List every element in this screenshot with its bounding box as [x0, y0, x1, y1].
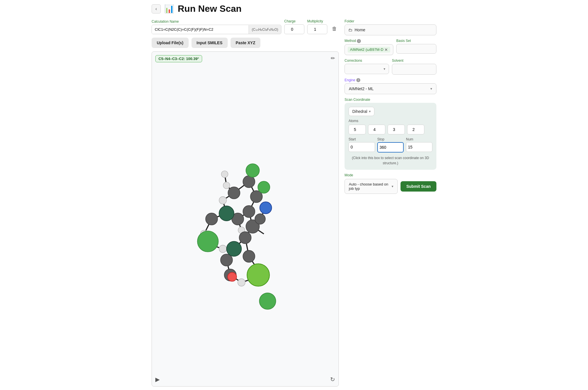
hint-text: (Click into this box to select scan coor…: [349, 155, 432, 166]
refresh-icon: ↻: [330, 376, 335, 383]
refresh-button[interactable]: ↻: [330, 376, 335, 383]
molecule-svg: [152, 52, 339, 386]
method-clear-button[interactable]: ✕: [384, 47, 388, 52]
mode-select[interactable]: Auto - choose based on job typ ▾: [345, 179, 398, 194]
stop-label: Stop: [377, 137, 404, 141]
folder-value: Home: [355, 28, 365, 32]
stop-input[interactable]: [377, 142, 404, 152]
molecule-viewer: C5–N4–C3–C2: 100.39° ✏: [152, 51, 339, 387]
charge-label: Charge: [284, 19, 304, 23]
play-button[interactable]: ▶: [155, 376, 160, 383]
engine-label: Engine i: [345, 78, 436, 82]
large-green-atom: [247, 264, 270, 286]
multiplicity-input[interactable]: [307, 24, 327, 34]
svg-point-47: [243, 250, 255, 262]
mode-value: Auto - choose based on job typ: [349, 182, 392, 191]
corrections-label: Corrections: [345, 59, 389, 63]
num-input[interactable]: [406, 142, 432, 152]
start-label: Start: [349, 137, 375, 141]
basis-set-input[interactable]: [396, 44, 436, 54]
svg-point-53: [227, 242, 241, 256]
atom2-input[interactable]: [368, 125, 385, 134]
scan-coordinate-label: Scan Coordinate: [345, 98, 436, 102]
corrections-chevron: ▾: [384, 67, 385, 71]
mode-label: Mode: [345, 173, 436, 177]
svg-point-48: [220, 254, 233, 266]
page-icon: 📊: [164, 4, 174, 13]
start-input[interactable]: [349, 142, 375, 152]
svg-point-57: [259, 293, 276, 309]
atom3-input[interactable]: [388, 125, 405, 134]
svg-point-54: [246, 164, 260, 177]
calc-name-input[interactable]: [152, 25, 249, 34]
method-input[interactable]: AIMNet2 (ωB97M-D ✕: [345, 44, 393, 55]
folder-input[interactable]: 🗀 Home: [345, 24, 436, 35]
svg-point-40: [243, 176, 255, 188]
engine-chevron: ▾: [430, 87, 432, 91]
multiplicity-label: Multiplicity: [307, 19, 327, 23]
engine-value: AIMNet2 - ML: [349, 86, 374, 91]
red-atom: [228, 272, 237, 281]
delete-button[interactable]: 🗑: [330, 24, 339, 34]
engine-info-icon[interactable]: i: [356, 78, 360, 82]
svg-point-51: [255, 214, 265, 224]
svg-point-31: [223, 182, 230, 189]
engine-select[interactable]: AIMNet2 - ML ▾: [345, 83, 436, 94]
svg-point-30: [221, 171, 228, 177]
atom4-input[interactable]: [407, 125, 424, 134]
svg-point-36: [219, 245, 227, 253]
formula-badge: (C₁₅H₈Cl₃F₃N₂O): [249, 25, 281, 34]
trash-icon: 🗑: [332, 26, 337, 32]
page-title: Run New Scan: [178, 3, 241, 14]
submit-scan-button[interactable]: Submit Scan: [401, 181, 436, 192]
atoms-label: Atoms: [349, 119, 432, 123]
paste-xyz-button[interactable]: Paste XYZ: [231, 38, 260, 48]
charge-input[interactable]: [284, 24, 304, 34]
dihedral-badge: C5–N4–C3–C2: 100.39°: [155, 55, 202, 62]
play-icon: ▶: [155, 376, 160, 383]
back-button[interactable]: ‹: [152, 4, 161, 13]
svg-point-44: [228, 187, 240, 199]
svg-point-50: [206, 213, 218, 225]
svg-point-52: [219, 206, 234, 221]
input-smiles-button[interactable]: Input SMILES: [192, 38, 228, 48]
edit-structure-button[interactable]: ✏: [331, 55, 335, 61]
dihedral-chevron: ▾: [369, 109, 371, 113]
num-label: Num: [406, 137, 432, 141]
svg-point-37: [238, 279, 245, 286]
basis-set-label: Basis Set: [396, 39, 436, 43]
calc-name-label: Calculation Name: [152, 20, 281, 24]
svg-point-42: [243, 206, 255, 218]
method-info-icon[interactable]: i: [357, 39, 361, 43]
nitrogen-atom: [260, 202, 272, 214]
atom1-input[interactable]: [349, 125, 366, 134]
svg-point-55: [258, 181, 270, 193]
dihedral-type-label: Dihedral: [352, 109, 367, 114]
corrections-select[interactable]: ▾: [345, 64, 389, 74]
back-icon: ‹: [155, 6, 157, 11]
edit-icon: ✏: [331, 55, 335, 61]
svg-point-46: [239, 232, 251, 244]
svg-point-32: [219, 197, 227, 204]
svg-point-56: [198, 231, 218, 252]
upload-files-button[interactable]: Upload File(s): [152, 38, 189, 48]
method-label: Method i: [345, 39, 393, 43]
folder-label: Folder: [345, 19, 436, 23]
scan-coordinate-section: Dihedral ▾ Atoms: [345, 103, 436, 170]
dihedral-type-select[interactable]: Dihedral ▾: [349, 107, 374, 116]
solvent-input[interactable]: [392, 64, 436, 75]
mode-chevron: ▾: [392, 184, 393, 188]
solvent-label: Solvent: [392, 59, 436, 63]
method-tag: AIMNet2 (ωB97M-D ✕: [348, 47, 390, 53]
folder-icon: 🗀: [348, 28, 352, 32]
